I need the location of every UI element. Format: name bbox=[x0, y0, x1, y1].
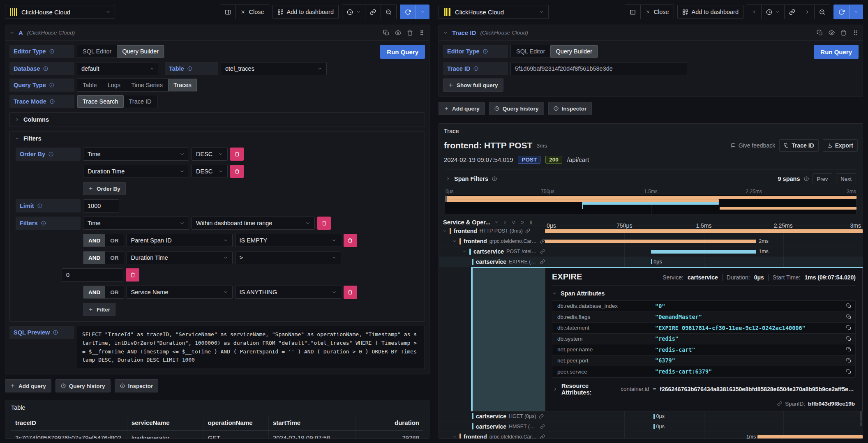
query-type-timeseries[interactable]: Time Series bbox=[126, 79, 168, 91]
span-link-icon[interactable] bbox=[540, 249, 545, 254]
datasource-picker[interactable]: ClickHouse Cloud bbox=[5, 5, 115, 19]
filter-op-select[interactable]: Within dashboard time range bbox=[192, 217, 315, 230]
add-query-button[interactable]: Add query bbox=[439, 102, 485, 115]
chevron-down-icon[interactable] bbox=[452, 435, 457, 439]
column-header-operationname[interactable]: operationName bbox=[203, 416, 268, 431]
inspector-button[interactable]: Inspector bbox=[548, 102, 592, 115]
collapse-panel-button[interactable] bbox=[625, 5, 640, 19]
order-by-dir-select[interactable]: DESC bbox=[192, 148, 228, 161]
copy-icon[interactable] bbox=[842, 357, 855, 364]
column-resizer-handle[interactable]: ‖ bbox=[529, 219, 531, 226]
refresh-button[interactable] bbox=[400, 5, 416, 19]
span-link-icon[interactable] bbox=[540, 424, 545, 429]
sql-editor-option[interactable]: SQL Editor bbox=[511, 45, 550, 58]
filter-field-select[interactable]: Time bbox=[83, 217, 189, 230]
chevron-down-icon[interactable] bbox=[452, 239, 457, 243]
copy-icon[interactable] bbox=[842, 335, 855, 342]
column-header-starttime[interactable]: startTime bbox=[268, 416, 356, 431]
span-tick[interactable] bbox=[651, 259, 652, 264]
time-range-button[interactable] bbox=[761, 5, 784, 19]
or-option[interactable]: OR bbox=[105, 234, 123, 247]
delete-query-icon[interactable] bbox=[407, 30, 413, 36]
and-option[interactable]: AND bbox=[83, 251, 105, 264]
span-row-frontend-grpc-2[interactable]: frontendgrpc.oteldemo.CartSer 1ms bbox=[439, 432, 863, 439]
zoom-out-button[interactable] bbox=[381, 5, 396, 19]
refresh-interval-button[interactable] bbox=[849, 5, 863, 19]
span-bar[interactable] bbox=[757, 435, 863, 439]
inspector-button[interactable]: Inspector bbox=[115, 379, 159, 392]
share-link-button[interactable] bbox=[365, 5, 381, 19]
close-button[interactable]: Close bbox=[235, 5, 268, 19]
add-order-by-button[interactable]: Order By bbox=[83, 182, 126, 195]
minimap-drag-handle[interactable] bbox=[445, 196, 447, 202]
span-bar[interactable] bbox=[545, 229, 863, 233]
double-chevron-down-icon[interactable] bbox=[511, 220, 516, 225]
query-header-traceid[interactable]: Trace ID (ClickHouse Cloud) bbox=[439, 25, 863, 41]
copy-icon[interactable] bbox=[842, 346, 855, 353]
span-link-icon[interactable] bbox=[540, 259, 545, 264]
or-option[interactable]: OR bbox=[105, 251, 123, 264]
remove-order-by-button[interactable] bbox=[230, 148, 244, 161]
filter-value-input[interactable] bbox=[62, 268, 123, 281]
span-bar[interactable] bbox=[651, 250, 756, 254]
copy-icon[interactable] bbox=[842, 302, 855, 309]
filter-op-select[interactable]: > bbox=[235, 251, 341, 264]
remove-order-by-button[interactable] bbox=[230, 165, 244, 178]
time-shift-back-button[interactable] bbox=[747, 5, 761, 19]
double-chevron-right-icon[interactable] bbox=[520, 220, 525, 225]
query-type-traces[interactable]: Traces bbox=[168, 79, 197, 91]
prev-span-button[interactable]: Prev bbox=[813, 173, 833, 184]
drag-handle-icon[interactable] bbox=[852, 30, 859, 36]
span-row-frontend-http-post[interactable]: frontendHTTP POST (3ms) bbox=[439, 226, 863, 236]
close-button[interactable]: Close bbox=[640, 5, 673, 19]
order-by-field-select[interactable]: Time bbox=[83, 148, 189, 161]
span-row-cartservice-post[interactable]: cartservicePOST /oteldemo 1ms bbox=[439, 247, 863, 257]
span-link-icon[interactable] bbox=[539, 414, 544, 419]
trace-minimap[interactable]: 0μs 750μs 1.5ms 2.25ms 3ms bbox=[445, 189, 857, 215]
run-query-button[interactable]: Run Query bbox=[814, 45, 859, 59]
columns-toggle[interactable]: Columns bbox=[15, 116, 420, 123]
copy-icon[interactable] bbox=[842, 368, 855, 375]
service-operation-header[interactable]: Service & Oper... bbox=[443, 219, 490, 226]
disable-query-icon[interactable] bbox=[829, 30, 835, 36]
give-feedback-link[interactable]: Give feedback bbox=[731, 142, 776, 149]
resource-attributes-toggle[interactable]: Resource Attributes: container.id = f266… bbox=[552, 378, 856, 397]
filter-field-select[interactable]: Parent Span ID bbox=[127, 234, 233, 247]
trace-id-input[interactable] bbox=[510, 62, 687, 75]
trace-mode-id[interactable]: Trace ID bbox=[124, 95, 157, 108]
filter-op-select[interactable]: IS ANYTHING bbox=[235, 286, 341, 299]
filter-op-select[interactable]: IS EMPTY bbox=[235, 234, 341, 247]
sql-editor-option[interactable]: SQL Editor bbox=[77, 45, 117, 58]
next-span-button[interactable]: Next bbox=[836, 173, 856, 184]
refresh-interval-button[interactable] bbox=[416, 5, 429, 19]
add-query-button[interactable]: Add query bbox=[5, 379, 51, 392]
table-select[interactable]: otel_traces bbox=[221, 62, 327, 75]
span-filters-toggle[interactable]: Span Filters bbox=[446, 175, 497, 182]
run-query-button[interactable]: Run Query bbox=[380, 45, 425, 59]
collapse-panel-button[interactable] bbox=[220, 5, 235, 19]
query-type-table[interactable]: Table bbox=[77, 79, 102, 91]
remove-filter-button[interactable] bbox=[344, 286, 357, 299]
span-row-cartservice-hget[interactable]: cartserviceHGET (0μs) 0μs bbox=[439, 411, 863, 422]
query-history-button[interactable]: Query history bbox=[489, 102, 544, 115]
query-history-button[interactable]: Query history bbox=[55, 379, 111, 392]
disable-query-icon[interactable] bbox=[395, 30, 401, 36]
span-link-icon[interactable] bbox=[540, 434, 545, 439]
remove-filter-button[interactable] bbox=[126, 268, 139, 281]
query-header-a[interactable]: A (ClickHouse Cloud) bbox=[5, 25, 429, 41]
span-row-cartservice-expire-selected[interactable]: cartserviceEXPIRE (0μs 0μs bbox=[439, 257, 863, 267]
add-filter-button[interactable]: Filter bbox=[83, 303, 115, 316]
chevron-down-icon[interactable] bbox=[462, 249, 467, 254]
chevron-down-icon[interactable] bbox=[442, 229, 447, 233]
time-range-button[interactable] bbox=[342, 5, 365, 19]
datasource-picker[interactable]: ClickHouse Cloud bbox=[439, 5, 549, 19]
span-tick[interactable] bbox=[653, 424, 655, 429]
link-icon[interactable] bbox=[777, 401, 782, 406]
refresh-button[interactable] bbox=[834, 5, 849, 19]
add-to-dashboard-button[interactable]: Add to dashboard bbox=[677, 5, 743, 19]
copy-icon[interactable] bbox=[842, 324, 855, 331]
span-link-icon[interactable] bbox=[540, 239, 545, 244]
show-full-query-button[interactable]: Show full query bbox=[443, 78, 503, 92]
database-select[interactable]: default bbox=[77, 62, 159, 75]
and-option[interactable]: AND bbox=[83, 234, 105, 247]
